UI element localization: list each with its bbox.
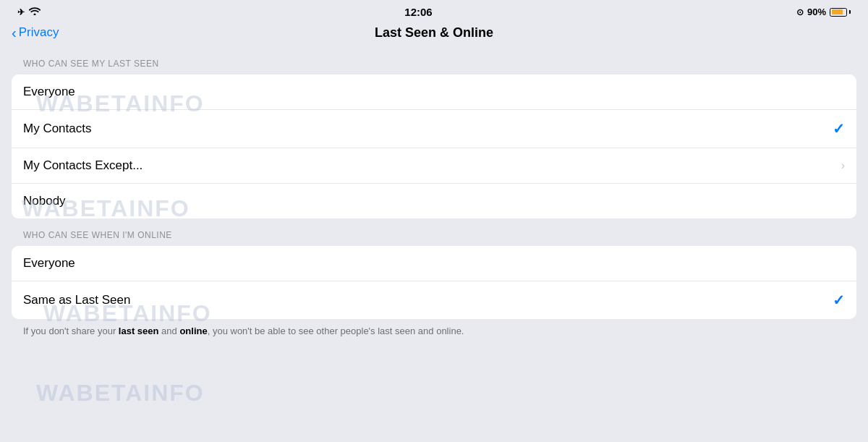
last-seen-section: WHO CAN SEE MY LAST SEEN Everyone My Con… [12, 47, 856, 218]
last-seen-my-contacts-except-label: My Contacts Except... [23, 158, 142, 173]
status-left: ✈ [17, 7, 41, 17]
online-everyone[interactable]: Everyone [12, 246, 856, 281]
back-button[interactable]: ‹ Privacy [12, 25, 59, 40]
my-contacts-except-chevron: › [841, 159, 845, 172]
airplane-icon: ✈ [17, 7, 25, 17]
status-time: 12:06 [404, 6, 432, 18]
last-seen-everyone-label: Everyone [23, 85, 75, 99]
footer-note: If you don't share your last seen and on… [12, 319, 856, 338]
online-section-header: WHO CAN SEE WHEN I'M ONLINE [12, 218, 856, 246]
last-seen-nobody-label: Nobody [23, 194, 66, 208]
online-same-as-last-seen-label: Same as Last Seen [23, 293, 130, 307]
status-bar: ✈ 12:06 ⊙ 90% [0, 0, 868, 21]
online-section: WHO CAN SEE WHEN I'M ONLINE Everyone Sam… [12, 218, 856, 319]
battery-icon [830, 8, 851, 17]
last-seen-list: Everyone My Contacts ✓ My Contacts Excep… [12, 75, 856, 218]
back-chevron-icon: ‹ [12, 25, 17, 40]
content-area: WABETAINFO WABETAINFO WABETAINFO WABETAI… [0, 47, 868, 442]
my-contacts-checkmark: ✓ [833, 120, 845, 137]
nav-bar: ‹ Privacy Last Seen & Online [0, 21, 868, 47]
last-seen-my-contacts-label: My Contacts [23, 122, 91, 136]
page-title: Last Seen & Online [375, 25, 493, 41]
wifi-icon [29, 7, 41, 17]
online-same-as-last-seen[interactable]: Same as Last Seen ✓ [12, 281, 856, 319]
last-seen-my-contacts[interactable]: My Contacts ✓ [12, 110, 856, 148]
last-seen-section-header: WHO CAN SEE MY LAST SEEN [12, 47, 856, 75]
status-right: ⊙ 90% [796, 7, 851, 17]
back-label: Privacy [19, 25, 59, 40]
last-seen-nobody[interactable]: Nobody [12, 184, 856, 218]
online-everyone-label: Everyone [23, 256, 75, 271]
battery-fill [832, 9, 843, 14]
last-seen-everyone[interactable]: Everyone [12, 75, 856, 110]
watermark-4: WABETAINFO [36, 380, 205, 407]
online-list: Everyone Same as Last Seen ✓ [12, 246, 856, 319]
same-as-last-seen-checkmark: ✓ [833, 292, 845, 309]
battery-percent: 90% [807, 7, 826, 17]
battery-nub [849, 10, 851, 14]
location-icon: ⊙ [796, 7, 804, 17]
last-seen-my-contacts-except[interactable]: My Contacts Except... › [12, 148, 856, 184]
